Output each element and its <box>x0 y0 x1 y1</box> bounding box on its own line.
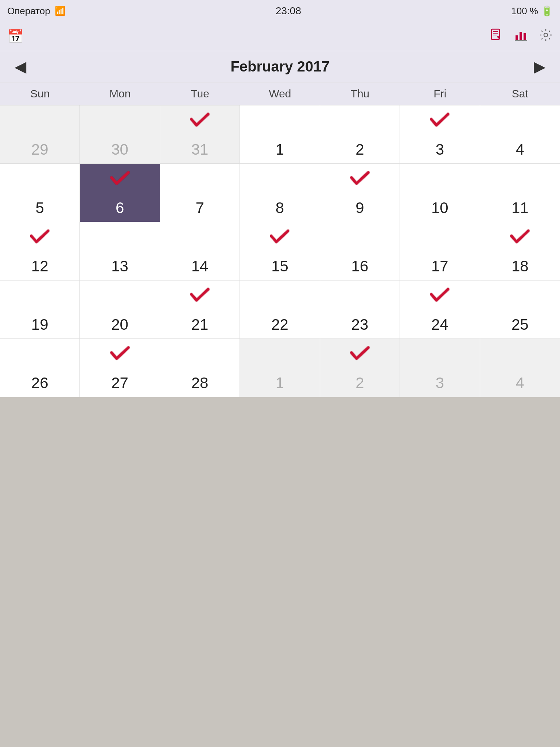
day-number: 7 <box>195 199 204 217</box>
wifi-icon: 📶 <box>55 6 66 16</box>
day-number: 10 <box>431 199 448 217</box>
calendar: ◀ February 2017 ▶ SunMonTueWedThuFriSat … <box>0 51 560 397</box>
edit-icon[interactable] <box>489 28 503 45</box>
calendar-day-cell[interactable]: 3 <box>400 105 480 164</box>
dow-cell: Mon <box>80 82 160 105</box>
day-number: 30 <box>111 141 128 158</box>
calendar-day-cell[interactable]: 24 <box>400 280 480 339</box>
status-bar: Оператор 📶 23:08 100 % 🔋 <box>0 0 560 22</box>
day-number: 27 <box>111 374 128 392</box>
toolbar: 📅 <box>0 22 560 51</box>
month-header: ◀ February 2017 ▶ <box>0 51 560 82</box>
calendar-app-icon[interactable]: 📅 <box>7 29 24 44</box>
calendar-day-cell[interactable]: 29 <box>0 105 80 164</box>
status-time: 23:08 <box>276 5 301 17</box>
day-number: 14 <box>191 258 209 275</box>
calendar-day-cell[interactable]: 1 <box>240 339 320 397</box>
day-number: 12 <box>31 258 48 275</box>
day-number: 28 <box>191 374 209 392</box>
prev-month-button[interactable]: ◀ <box>11 58 30 76</box>
svg-rect-6 <box>524 33 526 40</box>
checkmark-icon <box>350 170 370 186</box>
checkmark-icon <box>110 170 130 186</box>
calendar-day-cell[interactable]: 26 <box>0 339 80 397</box>
calendar-day-cell[interactable]: 2 <box>320 339 400 397</box>
checkmark-icon <box>270 229 289 245</box>
dow-cell: Sun <box>0 82 80 105</box>
day-number: 26 <box>31 374 48 392</box>
gray-area <box>0 397 560 747</box>
calendar-day-cell[interactable]: 1 <box>240 105 320 164</box>
svg-point-8 <box>544 33 548 37</box>
calendar-day-cell[interactable]: 25 <box>480 280 560 339</box>
checkmark-icon <box>430 287 450 303</box>
calendar-day-cell[interactable]: 12 <box>0 222 80 280</box>
day-number: 3 <box>436 374 444 392</box>
calendar-day-cell[interactable]: 4 <box>480 105 560 164</box>
calendar-day-cell[interactable]: 18 <box>480 222 560 280</box>
day-number: 1 <box>276 374 284 392</box>
status-right: 100 % 🔋 <box>511 5 553 17</box>
calendar-day-cell[interactable]: 21 <box>160 280 240 339</box>
calendar-day-cell[interactable]: 11 <box>480 164 560 222</box>
checkmark-icon <box>430 112 450 128</box>
checkmark-icon <box>190 112 210 128</box>
day-number: 23 <box>351 316 369 333</box>
calendar-day-cell[interactable]: 9 <box>320 164 400 222</box>
day-number: 13 <box>111 258 128 275</box>
calendar-day-cell[interactable]: 13 <box>80 222 160 280</box>
dow-cell: Sat <box>480 82 560 105</box>
calendar-day-cell[interactable]: 23 <box>320 280 400 339</box>
day-number: 11 <box>512 199 529 217</box>
day-number: 21 <box>191 316 209 333</box>
calendar-day-cell[interactable]: 15 <box>240 222 320 280</box>
checkmark-icon <box>350 345 370 361</box>
calendar-day-cell[interactable]: 28 <box>160 339 240 397</box>
calendar-day-cell[interactable]: 7 <box>160 164 240 222</box>
battery-icon: 🔋 <box>541 5 553 17</box>
day-number: 25 <box>512 316 529 333</box>
checkmark-icon <box>30 229 50 245</box>
battery-label: 100 % <box>511 5 538 17</box>
toolbar-right <box>489 28 553 45</box>
day-number: 5 <box>36 199 44 217</box>
next-month-button[interactable]: ▶ <box>530 58 549 76</box>
day-number: 2 <box>355 374 364 392</box>
status-left: Оператор 📶 <box>7 5 66 17</box>
days-of-week-header: SunMonTueWedThuFriSat <box>0 82 560 105</box>
day-number: 9 <box>355 199 364 217</box>
dow-cell: Fri <box>400 82 480 105</box>
calendar-day-cell[interactable]: 30 <box>80 105 160 164</box>
day-number: 4 <box>516 141 524 158</box>
checkmark-icon <box>190 287 210 303</box>
calendar-day-cell[interactable]: 16 <box>320 222 400 280</box>
day-number: 19 <box>31 316 48 333</box>
month-title: February 2017 <box>230 58 329 75</box>
checkmark-icon <box>110 345 130 361</box>
calendar-day-cell[interactable]: 14 <box>160 222 240 280</box>
calendar-day-cell[interactable]: 17 <box>400 222 480 280</box>
calendar-day-cell[interactable]: 22 <box>240 280 320 339</box>
svg-rect-4 <box>516 35 518 40</box>
day-number: 22 <box>271 316 288 333</box>
chart-icon[interactable] <box>514 28 528 45</box>
calendar-day-cell[interactable]: 20 <box>80 280 160 339</box>
day-number: 6 <box>116 199 124 217</box>
calendar-day-cell[interactable]: 2 <box>320 105 400 164</box>
calendar-day-cell[interactable]: 5 <box>0 164 80 222</box>
dow-cell: Tue <box>160 82 240 105</box>
calendar-day-cell[interactable]: 19 <box>0 280 80 339</box>
day-number: 8 <box>276 199 284 217</box>
calendar-day-cell[interactable]: 8 <box>240 164 320 222</box>
settings-icon[interactable] <box>539 28 553 45</box>
calendar-day-cell[interactable]: 3 <box>400 339 480 397</box>
calendar-day-cell[interactable]: 31 <box>160 105 240 164</box>
day-number: 1 <box>276 141 284 158</box>
operator-label: Оператор <box>7 5 50 17</box>
calendar-day-cell[interactable]: 4 <box>480 339 560 397</box>
calendar-day-cell[interactable]: 27 <box>80 339 160 397</box>
day-number: 15 <box>271 258 288 275</box>
calendar-day-cell[interactable]: 10 <box>400 164 480 222</box>
calendar-day-cell[interactable]: 6 <box>80 164 160 222</box>
day-number: 29 <box>31 141 48 158</box>
